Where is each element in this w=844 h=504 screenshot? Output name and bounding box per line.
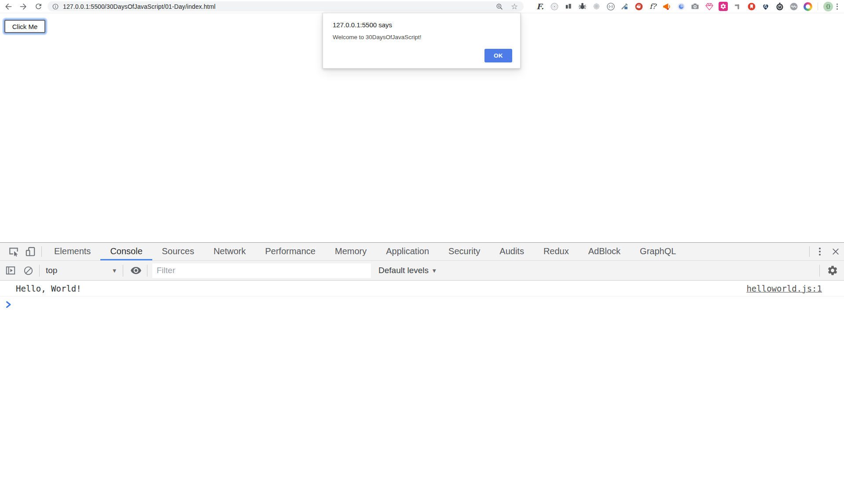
console-toolbar: top ▼ Default levels ▼ (0, 261, 844, 281)
levels-label: Default levels (378, 266, 429, 275)
devtools-close-button[interactable] (827, 243, 844, 260)
tabbar-spacer (686, 243, 807, 260)
heart-magnifier-extension-icon[interactable] (760, 0, 771, 12)
eye-icon (130, 265, 142, 276)
wave-extension-icon[interactable] (788, 0, 800, 12)
parens-extension-icon[interactable] (605, 0, 616, 12)
close-icon (831, 247, 840, 256)
alert-title: 127.0.0.1:5500 says (333, 21, 510, 29)
tab-elements[interactable]: Elements (44, 243, 100, 260)
console-message-text: Hello, World! (16, 284, 81, 293)
click-me-button[interactable]: Click Me (4, 20, 45, 33)
log-levels-selector[interactable]: Default levels ▼ (378, 266, 436, 275)
sidebar-panel-icon (5, 265, 16, 276)
address-bar[interactable]: 127.0.0.1:5500/30DaysOfJavaScript/01-Day… (48, 1, 524, 11)
tab-sources[interactable]: Sources (152, 243, 204, 260)
toolbar-separator (147, 265, 147, 277)
tab-audits[interactable]: Audits (490, 243, 534, 260)
chevron-down-icon: ▼ (433, 268, 436, 273)
clear-console-button[interactable] (20, 263, 36, 278)
tab-network[interactable]: Network (204, 243, 255, 260)
zoom-indicator-icon[interactable] (495, 2, 504, 11)
tab-security[interactable]: Security (439, 243, 490, 260)
alert-message: Welcome to 30DaysOfJavaScript! (333, 34, 510, 40)
gear-icon (827, 265, 838, 276)
fn-question-extension-icon[interactable]: f? (647, 0, 659, 12)
gear-square-extension-icon[interactable] (717, 0, 729, 12)
camera-extension-icon[interactable] (689, 0, 701, 12)
extensions-strip: F. f? {} (532, 0, 844, 13)
live-expression-button[interactable] (128, 263, 144, 278)
alert-ok-button[interactable]: OK (484, 49, 512, 62)
json-viewer-extension-icon[interactable]: {} (822, 0, 834, 12)
forward-button[interactable] (18, 1, 29, 12)
back-arrow-icon (4, 2, 13, 11)
bug-extension-icon[interactable] (576, 0, 588, 12)
console-prompt-chevron (6, 301, 11, 308)
tab-application[interactable]: Application (376, 243, 439, 260)
console-sidebar-toggle-button[interactable] (3, 263, 18, 278)
fonts-extension-icon[interactable]: F. (534, 0, 546, 12)
flower-extension-icon[interactable] (591, 0, 602, 12)
chevron-down-icon: ▼ (113, 268, 116, 273)
device-toolbar-button[interactable] (22, 243, 39, 260)
tab-memory[interactable]: Memory (325, 243, 376, 260)
atom-extension-icon[interactable] (548, 0, 560, 12)
toolbar-separator (39, 265, 40, 277)
forward-arrow-icon (19, 2, 28, 11)
tab-adblock[interactable]: AdBlock (579, 243, 630, 260)
console-prompt-row[interactable] (0, 296, 844, 313)
stopwatch-extension-icon[interactable] (774, 0, 785, 12)
toolbar-separator (123, 265, 123, 277)
inspect-element-button[interactable] (5, 243, 22, 260)
corner-arrow-extension-icon[interactable] (731, 0, 743, 12)
block-icon (23, 266, 33, 276)
megaphone-extension-icon[interactable] (661, 0, 673, 12)
context-label: top (46, 266, 57, 275)
reload-button[interactable] (33, 1, 44, 12)
console-settings-button[interactable] (825, 263, 840, 278)
browser-window: 127.0.0.1:5500/30DaysOfJavaScript/01-Day… (0, 0, 844, 504)
bookmark-extension-icon[interactable] (745, 0, 757, 12)
tab-graphql[interactable]: GraphQL (630, 243, 686, 260)
browser-menu-button[interactable] (837, 4, 838, 10)
tab-redux[interactable]: Redux (534, 243, 579, 260)
devtools-panel: Elements Console Sources Network Perform… (0, 242, 844, 504)
swirl-extension-icon[interactable] (675, 0, 687, 12)
device-icon (25, 246, 36, 257)
strip-divider (818, 3, 818, 10)
stop-hand-extension-icon[interactable] (633, 0, 645, 12)
devtools-tabbar: Elements Console Sources Network Perform… (0, 243, 844, 261)
bookmark-star-icon[interactable]: ☆ (510, 2, 519, 11)
nav-controls (3, 0, 44, 13)
toolbar-separator (819, 265, 820, 277)
tab-performance[interactable]: Performance (256, 243, 326, 260)
inspect-cursor-icon (8, 246, 19, 257)
back-button[interactable] (3, 1, 14, 12)
console-source-link[interactable]: helloworld.js:1 (746, 284, 822, 293)
console-filter-input[interactable] (152, 263, 371, 278)
tabbar-separator (809, 246, 810, 257)
browser-toolbar: 127.0.0.1:5500/30DaysOfJavaScript/01-Day… (0, 0, 844, 13)
url-text: 127.0.0.1:5500/30DaysOfJavaScript/01-Day… (63, 3, 216, 10)
eyedropper-extension-icon[interactable] (619, 0, 631, 12)
tabbar-separator (41, 246, 42, 257)
columns-extension-icon[interactable] (562, 0, 574, 12)
tab-console[interactable]: Console (100, 243, 152, 260)
info-icon[interactable] (52, 3, 59, 10)
execution-context-selector[interactable]: top ▼ (43, 266, 120, 275)
console-message-row: Hello, World! helloworld.js:1 (0, 281, 844, 296)
devtools-menu-button[interactable] (812, 243, 827, 260)
alert-dialog: 127.0.0.1:5500 says Welcome to 30DaysOfJ… (323, 13, 521, 69)
gem-extension-icon[interactable] (703, 0, 715, 12)
reload-icon (34, 2, 43, 11)
rainbow-ring-extension-icon[interactable] (802, 0, 814, 12)
